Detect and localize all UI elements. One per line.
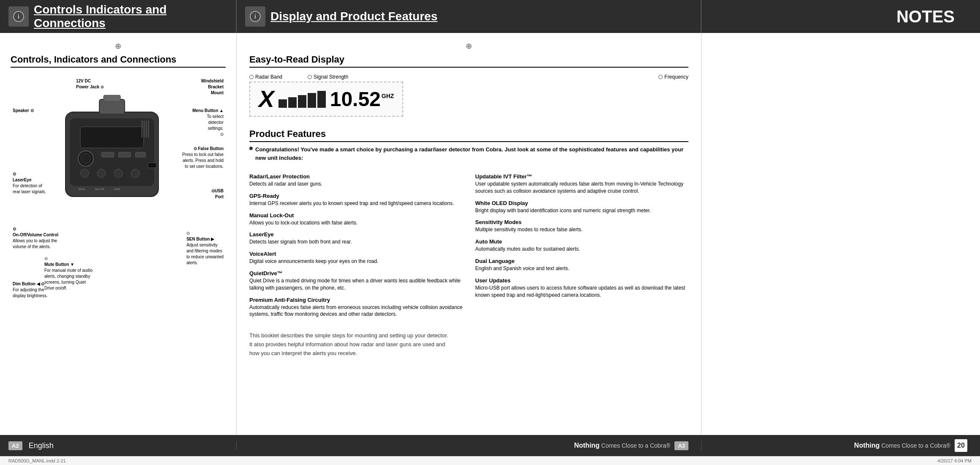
crosshair-symbol-left: ⊕	[11, 41, 226, 51]
feature-title-ivt: Updatable IVT Filter™	[475, 173, 689, 180]
features-intro-text: Congratulations! You've made a smart cho…	[255, 145, 688, 162]
annotation-lasereye-left: ⊙ LaserEye For detection ofrear laser si…	[13, 171, 46, 195]
feature-title-voicealert: VoiceAlert	[249, 251, 463, 257]
feature-ivt: Updatable IVT Filter™ User updatable sys…	[475, 173, 689, 195]
left-section-title: Controls, Indicators and Connections	[11, 54, 226, 68]
sub-footer-left: RAD500G_MANL.indd 2-21	[8, 458, 66, 463]
svg-rect-13	[97, 169, 106, 178]
feature-desc-sensitivity: Multiple sensitivity modes to reduce fal…	[475, 226, 689, 233]
feature-automute: Auto Mute Automatically mutes audio for …	[475, 238, 689, 253]
svg-rect-12	[80, 169, 89, 178]
feature-gps: GPS-Ready Internal GPS receiver alerts y…	[249, 193, 463, 207]
frequency-icon	[658, 75, 663, 79]
svg-rect-15	[131, 169, 139, 178]
footer-right-tagline: Nothing Comes Close to a Cobra®	[854, 442, 950, 449]
signal-bar-2	[288, 97, 297, 108]
svg-rect-6	[80, 127, 144, 148]
svg-text:MUTE: MUTE	[95, 187, 105, 191]
feature-title-oled: White OLED Display	[475, 200, 689, 206]
footer-bar: A2 English Nothing Comes Close to a Cobr…	[0, 435, 980, 456]
header-left-section: i Controls Indicators and Connections	[0, 0, 237, 33]
svg-rect-11	[135, 152, 146, 157]
display-labels-row: Radar Band Signal Strength Frequency	[249, 74, 688, 80]
feature-title-automute: Auto Mute	[475, 238, 689, 245]
footer-language: English	[29, 441, 54, 450]
signal-bar-3	[298, 95, 306, 108]
display-section-title: Easy-to-Read Display	[249, 54, 688, 68]
label-signal-strength: Signal Strength	[308, 74, 348, 80]
label-radar-band: Radar Band	[249, 74, 282, 80]
product-features-section: Product Features Congratulations! You've…	[249, 129, 688, 358]
signal-bar-4	[308, 93, 316, 108]
annotation-speaker: Speaker ⊙	[13, 108, 34, 114]
feature-sensitivity: Sensitivity Modes Multiple sensitivity m…	[475, 219, 689, 233]
label-frequency: Frequency	[658, 74, 688, 80]
features-right-col: Updatable IVT Filter™ User updatable sys…	[475, 173, 689, 323]
feature-antifalsing: Premium Anti-Falsing Circuitry Automatic…	[249, 297, 463, 318]
svg-text:DIM: DIM	[114, 187, 120, 191]
signal-strength-icon	[308, 75, 312, 79]
feature-desc-duallang: English and Spanish voice and text alert…	[475, 265, 689, 272]
svg-rect-14	[114, 169, 123, 178]
intro-svg-mid: i	[249, 10, 262, 23]
frequency-display: 10.52 GHZ	[330, 89, 394, 109]
feature-voicealert: VoiceAlert Digital voice announcements k…	[249, 251, 463, 265]
svg-text:SEN: SEN	[78, 187, 85, 191]
display-section: Easy-to-Read Display Radar Band Signal S…	[249, 54, 688, 120]
left-panel: ⊕ Controls, Indicators and Connections	[0, 33, 237, 435]
feature-desc-ivt: User updatable system automatically redu…	[475, 181, 689, 195]
intro-svg-left: i	[12, 10, 25, 23]
feature-title-quietdrive: QuietDrive™	[249, 270, 463, 276]
feature-desc-userupdates: Micro-USB port allows users to access fu…	[475, 284, 689, 299]
footer-left-page-id: A2	[8, 441, 22, 450]
feature-title-lockout: Manual Lock-Out	[249, 212, 463, 219]
feature-desc-lasereye: Detects laser signals from both front an…	[249, 238, 463, 246]
header-mid-section: i Display and Product Features	[237, 0, 702, 33]
sub-footer-right: 4/20/17 4:04 PM	[937, 458, 972, 463]
feature-desc-gps: Internal GPS receiver alerts you to know…	[249, 200, 463, 207]
features-intro-dot	[249, 147, 253, 150]
footer-left-section: A2 English	[0, 441, 237, 450]
product-features-title: Product Features	[249, 129, 688, 142]
svg-rect-21	[148, 120, 149, 137]
introduction-icon-mid: i	[245, 6, 265, 27]
freq-number: 10.52	[330, 89, 381, 109]
device-svg: SEN MUTE DIM	[57, 87, 167, 222]
footer-mid-page-id: A3	[674, 441, 688, 450]
footer-page-number: 20	[955, 439, 967, 452]
annotation-menu-button: Menu Button ▲ To selectdetectorsettings.…	[192, 108, 224, 137]
svg-point-8	[81, 153, 91, 164]
svg-rect-10	[118, 152, 131, 157]
crosshair-symbol-mid: ⊕	[249, 41, 688, 51]
display-demo-box: X 10.52 GHZ	[249, 82, 403, 117]
radar-band-icon	[249, 75, 254, 79]
signal-bars	[278, 91, 326, 108]
signal-bar-1	[278, 99, 287, 108]
feature-desc-lockout: Allows you to lock-out locations with fa…	[249, 219, 463, 227]
svg-rect-22	[148, 163, 156, 168]
feature-desc-radar: Detects all radar and laser guns.	[249, 181, 463, 188]
svg-text:i: i	[254, 13, 256, 20]
feature-desc-oled: Bright display with band identification …	[475, 207, 689, 214]
annotation-onoff-volume: ⊙ On-Off/Volume Control Allows you to ad…	[13, 226, 58, 250]
band-letter: X	[259, 88, 274, 111]
footer-mid-tagline: Nothing Comes Close to a Cobra®	[574, 442, 670, 449]
bottom-note: This booklet describes the simple steps …	[249, 331, 688, 358]
header-left-title: Controls Indicators and Connections	[34, 3, 227, 30]
annotation-mute-button: ⊙ Mute Button ▼ For manual mute of audio…	[44, 256, 93, 291]
header-mid-title: Display and Product Features	[270, 10, 437, 23]
feature-oled: White OLED Display Bright display with b…	[475, 200, 689, 214]
feature-radar-laser: Radar/Laser Protection Detects all radar…	[249, 173, 463, 188]
mid-panel: ⊕ Easy-to-Read Display Radar Band Signal…	[237, 33, 702, 435]
header-bar: i Controls Indicators and Connections i …	[0, 0, 980, 33]
footer-right-section: Nothing Comes Close to a Cobra® 20	[702, 439, 980, 452]
svg-rect-9	[101, 152, 114, 157]
feature-desc-voicealert: Digital voice announcements keep your ey…	[249, 258, 463, 265]
features-left-col: Radar/Laser Protection Detects all radar…	[249, 173, 463, 323]
main-content: ⊕ Controls, Indicators and Connections	[0, 33, 980, 435]
svg-rect-17	[104, 95, 120, 101]
feature-title-radar: Radar/Laser Protection	[249, 173, 463, 180]
controls-diagram: SEN MUTE DIM 12V DCPower Jack ⊙ Windshie…	[11, 74, 226, 361]
header-right-section: NOTES	[702, 0, 980, 33]
features-intro-row: Congratulations! You've made a smart cho…	[249, 145, 688, 168]
